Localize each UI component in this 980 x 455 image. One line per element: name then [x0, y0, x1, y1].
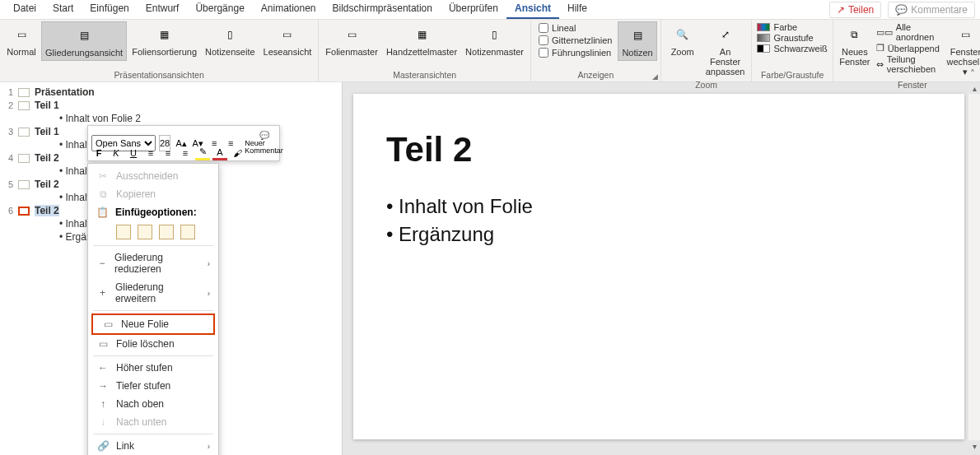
demote-menuitem[interactable]: →Tiefer stufen: [88, 377, 218, 395]
tab-entwurf[interactable]: Entwurf: [138, 0, 188, 19]
outline-title: Teil 1: [35, 100, 59, 111]
italic-icon[interactable]: K: [109, 146, 124, 160]
paste-icon: 📋: [96, 207, 109, 218]
cascade-button[interactable]: ❐Überlappend: [876, 43, 940, 53]
gray-icon: [757, 34, 770, 42]
comment-icon: 💬: [895, 4, 908, 16]
ribbon: ▭Normal ▤Gliederungsansicht ▦Foliensorti…: [0, 20, 980, 82]
notes-page-button[interactable]: ▯Notizenseite: [202, 21, 259, 59]
outline-number: 6: [5, 206, 13, 216]
plus-icon: +: [96, 287, 109, 299]
outline-number: 3: [5, 127, 13, 137]
ruler-checkbox[interactable]: Lineal: [536, 22, 614, 34]
align-left-icon[interactable]: ≡: [143, 146, 158, 160]
outline-number: 5: [5, 179, 13, 189]
paste-option-2[interactable]: [138, 225, 152, 239]
fit-window-button[interactable]: ⤢An Fenster anpassen: [702, 21, 749, 79]
new-comment-button[interactable]: 💬 Neuer Kommentar: [245, 132, 283, 155]
tab-überprüfen[interactable]: Überprüfen: [441, 0, 506, 19]
zoom-icon: 🔍: [672, 24, 693, 45]
tab-einfügen[interactable]: Einfügen: [82, 0, 137, 19]
underline-icon[interactable]: U: [126, 146, 141, 160]
slide-bullet: Inhalt von Folie: [386, 193, 931, 221]
slide-sorter-button[interactable]: ▦Foliensortierung: [128, 21, 200, 59]
outline-number: 4: [5, 153, 13, 163]
normal-view-button[interactable]: ▭Normal: [3, 21, 40, 59]
outline-title: Teil 2: [35, 205, 59, 216]
paste-options-row: [88, 221, 218, 243]
highlight-icon[interactable]: ✎: [195, 146, 210, 160]
slide-title: Teil 2: [386, 130, 931, 169]
outline-slide-row[interactable]: 2Teil 1: [0, 99, 342, 112]
outline-view-button[interactable]: ▤Gliederungsansicht: [41, 21, 127, 61]
link-menuitem[interactable]: 🔗Link›: [88, 437, 218, 455]
outline-slide-row[interactable]: 1Präsentation: [0, 86, 342, 99]
handoutmaster-icon: ▦: [411, 24, 432, 45]
scroll-track[interactable]: [968, 94, 980, 440]
bold-icon[interactable]: F: [91, 146, 106, 160]
cut-menuitem[interactable]: ✂Ausschneiden: [88, 167, 218, 185]
tab-animationen[interactable]: Animationen: [253, 0, 324, 19]
color-button[interactable]: Farbe: [757, 22, 827, 32]
normal-icon: ▭: [11, 24, 32, 45]
grayscale-button[interactable]: Graustufe: [757, 33, 827, 43]
dialog-launcher-icon[interactable]: ◢: [652, 72, 658, 81]
format-painter-icon[interactable]: 🖌: [230, 146, 245, 160]
gridlines-checkbox[interactable]: Gitternetzlinien: [536, 35, 614, 46]
outline-title: Präsentation: [35, 86, 95, 98]
align-right-icon[interactable]: ≡: [178, 146, 193, 160]
font-color-icon[interactable]: A: [212, 146, 227, 160]
align-center-icon[interactable]: ≡: [161, 146, 175, 160]
tab-start[interactable]: Start: [44, 0, 82, 19]
move-split-button[interactable]: ⇔Teilung verschieben: [876, 54, 940, 74]
arrange-all-button[interactable]: ▭▭Alle anordnen: [876, 22, 940, 42]
notes-icon: ▤: [627, 25, 648, 46]
mini-toolbar: Open Sans 28 A▴ A▾ ≡ ≡ 💬 Neuer Kommentar…: [87, 125, 280, 161]
copy-menuitem[interactable]: ⧉Kopieren: [88, 185, 218, 203]
comments-button[interactable]: 💬Kommentare: [888, 2, 975, 18]
group-show: Lineal Gitternetzlinien Führungslinien ▤…: [531, 20, 661, 81]
arrow-down-icon: ↓: [96, 416, 110, 428]
share-button[interactable]: ↗Teilen: [829, 2, 881, 18]
reading-view-button[interactable]: ▭Leseansicht: [260, 21, 315, 59]
slide-master-button[interactable]: ▭Folienmaster: [322, 21, 381, 59]
collapse-outline-menuitem[interactable]: −Gliederung reduzieren›: [88, 248, 218, 278]
tab-datei[interactable]: Datei: [5, 0, 44, 19]
notes-button[interactable]: ▤Notizen: [618, 21, 656, 61]
slide-thumb-icon: [18, 207, 30, 216]
blackwhite-button[interactable]: Schwarzweiß: [757, 44, 827, 53]
slide-thumb-icon: [18, 101, 30, 110]
scroll-up-icon[interactable]: ▴: [968, 82, 980, 94]
paste-options-label: 📋Einfügeoptionen:: [88, 203, 218, 221]
notes-master-button[interactable]: ▯Notizenmaster: [462, 21, 527, 59]
move-down-menuitem[interactable]: ↓Nach unten: [88, 413, 218, 431]
delete-slide-menuitem[interactable]: ▭Folie löschen: [88, 335, 218, 353]
move-up-menuitem[interactable]: ↑Nach oben: [88, 395, 218, 413]
group-master-views: ▭Folienmaster ▦Handzettelmaster ▯Notizen…: [319, 20, 531, 81]
tab-ansicht[interactable]: Ansicht: [506, 0, 559, 19]
new-slide-menuitem[interactable]: ▭Neue Folie: [93, 315, 213, 333]
tab-hilfe[interactable]: Hilfe: [559, 0, 595, 19]
vertical-scrollbar[interactable]: ▴ ▾: [968, 82, 980, 452]
guides-checkbox[interactable]: Führungslinien: [536, 47, 614, 58]
tab-übergänge[interactable]: Übergänge: [187, 0, 252, 19]
slide-preview: Teil 2 Inhalt von Folie Ergänzung: [353, 94, 964, 439]
scroll-down-icon[interactable]: ▾: [968, 440, 980, 452]
handout-master-button[interactable]: ▦Handzettelmaster: [383, 21, 460, 59]
paste-option-4[interactable]: [180, 225, 195, 239]
arrow-left-icon: ←: [96, 362, 110, 374]
bw-icon: [757, 44, 770, 53]
expand-outline-menuitem[interactable]: +Gliederung erweitern›: [88, 278, 218, 308]
paste-option-1[interactable]: [116, 225, 131, 239]
tab-bildschirmpräsentation[interactable]: Bildschirmpräsentation: [324, 0, 441, 19]
chevron-right-icon: ›: [208, 442, 210, 451]
share-icon: ↗: [837, 4, 845, 16]
new-slide-icon: ▭: [101, 318, 114, 330]
new-window-button[interactable]: ⧉Neues Fenster: [837, 21, 873, 69]
collapse-ribbon-button[interactable]: ˄: [970, 68, 975, 80]
paste-option-3[interactable]: [159, 225, 174, 239]
promote-menuitem[interactable]: ←Höher stufen: [88, 359, 218, 377]
outline-sub-row[interactable]: • Inhalt von Folie 2: [0, 112, 342, 125]
notespage-icon: ▯: [219, 24, 240, 45]
zoom-button[interactable]: 🔍Zoom: [665, 21, 701, 59]
